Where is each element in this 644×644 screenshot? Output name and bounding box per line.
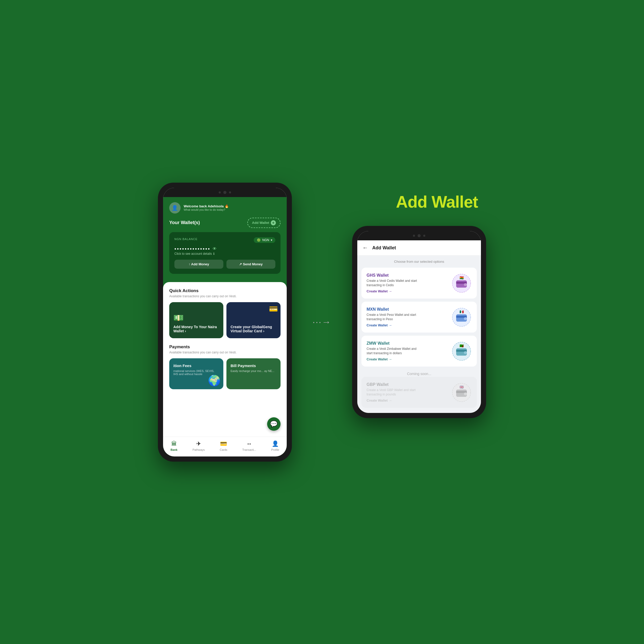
zmw-wallet-svg: 🇿🇲 — [452, 342, 471, 361]
globe-icon: 🌍 — [208, 375, 221, 387]
currency-code: NGN — [262, 238, 269, 242]
svg-text:🇬🇭: 🇬🇭 — [459, 275, 464, 280]
gbp-wallet-name: GBP Wallet — [367, 382, 418, 387]
right-phone-inner: ← Add Wallet Choose from our selected op… — [357, 231, 481, 413]
main-container: 👤 Welcome back Adehisola 🔥 What would yo… — [39, 183, 605, 462]
welcome-text: Welcome back Adehisola 🔥 What would you … — [184, 204, 229, 211]
chevron-down-icon: ▾ — [271, 238, 272, 242]
notch-dot-2 — [229, 191, 231, 193]
wallet-header: Your Wallet(s) Add Wallet + — [169, 218, 281, 228]
fees-title: ition Fees — [173, 363, 219, 368]
bottom-nav: 🏛 Bank ✈ Pathways 💳 Cards ↔ Transacti... — [163, 437, 287, 456]
svg-point-13 — [464, 351, 467, 354]
nav-bank[interactable]: 🏛 Bank — [171, 440, 177, 451]
main-header: 👤 Welcome back Adehisola 🔥 What would yo… — [163, 197, 287, 218]
add-wallet-screen: ← Add Wallet Choose from our selected op… — [357, 240, 481, 413]
notch-bar-left — [163, 188, 287, 197]
transition-arrow: ···→ — [312, 317, 332, 327]
balance-label: NGN BALANCE — [174, 238, 198, 241]
mxn-wallet-icon: 🇲🇽 — [451, 307, 472, 327]
avatar: 👤 — [169, 202, 181, 214]
zmw-create-link[interactable]: Create Wallet → — [367, 357, 418, 361]
quick-actions-sub: Available transactions you can carry out… — [169, 294, 281, 298]
bill-sub: Easily recharge your mo... ay NE... — [231, 369, 276, 372]
nav-profile[interactable]: 👤 Profile — [271, 440, 279, 451]
notch-dot-1 — [219, 191, 221, 193]
gbp-wallet-svg: 🇬🇧 — [452, 383, 471, 402]
zmw-wallet-name: ZMW Wallet — [367, 341, 418, 346]
mxn-wallet-desc: Create a Vesti Peso Wallet and start tra… — [367, 313, 418, 321]
click-to-see-text[interactable]: Click to see account details ℹ — [174, 252, 275, 256]
info-icon: ℹ — [213, 252, 215, 256]
nav-bank-label: Bank — [171, 448, 177, 451]
ghs-wallet-option[interactable]: GHS Wallet Create a Vesti Cedis Wallet a… — [361, 268, 477, 299]
ghs-wallet-svg: 🇬🇭 — [452, 274, 471, 293]
svg-point-3 — [464, 283, 467, 286]
gbp-wallet-left: GBP Wallet Create a Vesti GBP Wallet and… — [367, 382, 418, 403]
pathways-icon: ✈ — [196, 440, 201, 447]
ghs-wallet-icon: 🇬🇭 — [451, 273, 472, 293]
plus-icon: + — [271, 220, 276, 225]
profile-icon: 👤 — [272, 440, 279, 447]
nav-pathways[interactable]: ✈ Pathways — [192, 440, 205, 451]
add-wallet-button[interactable]: Add Wallet + — [247, 218, 281, 228]
greeting-text: Welcome back Adehisola 🔥 — [184, 204, 229, 208]
nav-cards[interactable]: 💳 Cards — [220, 440, 227, 451]
notch-left — [204, 189, 245, 196]
add-wallet-heading: Add Wallet — [396, 192, 442, 211]
svg-point-8 — [464, 317, 467, 320]
notch-camera-right — [418, 234, 421, 237]
zmw-wallet-left: ZMW Wallet Create a Vesti Zimbabwe Walle… — [367, 341, 418, 361]
svg-text:🇬🇧: 🇬🇧 — [459, 385, 464, 389]
bank-icon: 🏛 — [171, 440, 177, 447]
masked-balance: •••••••••••••• 👁 — [174, 246, 275, 252]
balance-card: NGN BALANCE 🟢 NGN ▾ •••••••••••••• 👁 — [169, 232, 281, 274]
dollar-card-card[interactable]: 💳 Create your GlobalGeng Virtual Dollar … — [226, 302, 281, 338]
back-button[interactable]: ← — [362, 244, 368, 251]
notch-right — [399, 232, 440, 239]
gbp-create-link: Create Wallet → — [367, 399, 418, 402]
notch-camera — [223, 191, 226, 194]
svg-point-18 — [464, 392, 467, 395]
wallet-title: Your Wallet(s) — [169, 220, 200, 225]
wallet-card-icon: 💵 — [173, 313, 219, 323]
main-screen: 👤 Welcome back Adehisola 🔥 What would yo… — [163, 197, 287, 456]
add-wallet-label: Add Wallet — [252, 221, 269, 225]
mxn-wallet-left: MXN Wallet Create a Vesti Peso Wallet an… — [367, 307, 418, 327]
nav-transactions[interactable]: ↔ Transacti... — [242, 440, 256, 451]
add-wallet-title: Add Wallet — [372, 245, 396, 251]
quick-grid: 💵 Add Money To Your Naira Wallet › 💳 Cre… — [169, 302, 281, 338]
gbp-wallet-option: GBP Wallet Create a Vesti GBP Wallet and… — [361, 377, 477, 408]
payments-sub: Available transactions you can carry out… — [169, 351, 281, 354]
chat-fab[interactable]: 💬 — [267, 417, 281, 431]
add-money-card[interactable]: 💵 Add Money To Your Naira Wallet › — [169, 302, 223, 338]
sub-text: What would you like to do today? — [184, 208, 229, 211]
wallet-section: Your Wallet(s) Add Wallet + NGN BALANCE … — [163, 218, 287, 278]
transactions-icon: ↔ — [247, 440, 252, 447]
balance-row: NGN BALANCE 🟢 NGN ▾ — [174, 237, 275, 243]
mxn-wallet-name: MXN Wallet — [367, 307, 418, 312]
eye-icon[interactable]: 👁 — [213, 247, 217, 251]
svg-text:🇲🇽: 🇲🇽 — [459, 309, 464, 314]
notch-dot-4 — [423, 235, 425, 237]
fees-card[interactable]: ition Fees rnational services (WES, SEVI… — [169, 358, 223, 389]
add-wallet-subtitle: Choose from our selected options — [357, 256, 481, 266]
add-money-card-title: Add Money To Your Naira Wallet › — [173, 325, 219, 333]
currency-selector[interactable]: 🟢 NGN ▾ — [254, 237, 275, 243]
zmw-wallet-desc: Create a Vesti Zimbabwe Wallet and start… — [367, 347, 418, 355]
left-phone-inner: 👤 Welcome back Adehisola 🔥 What would yo… — [163, 188, 287, 456]
bill-card[interactable]: Bill Payments Easily recharge your mo...… — [226, 358, 281, 389]
zmw-wallet-icon: 🇿🇲 — [451, 341, 472, 361]
left-phone: 👤 Welcome back Adehisola 🔥 What would yo… — [158, 183, 292, 462]
mxn-wallet-option[interactable]: MXN Wallet Create a Vesti Peso Wallet an… — [361, 302, 477, 333]
ghs-create-link[interactable]: Create Wallet → — [367, 289, 418, 293]
ghs-wallet-desc: Create a Vesti Cedis Wallet and start tr… — [367, 279, 418, 287]
credit-card-icon: 💳 — [269, 305, 278, 313]
nav-profile-label: Profile — [271, 448, 279, 451]
notch-bar-right — [357, 231, 481, 240]
mxn-create-link[interactable]: Create Wallet → — [367, 323, 418, 327]
add-money-button[interactable]: ↑ Add Money — [174, 260, 223, 269]
nav-transactions-label: Transacti... — [242, 448, 256, 451]
send-money-button[interactable]: ↗ Send Money — [226, 260, 275, 269]
zmw-wallet-option[interactable]: ZMW Wallet Create a Vesti Zimbabwe Walle… — [361, 336, 477, 367]
